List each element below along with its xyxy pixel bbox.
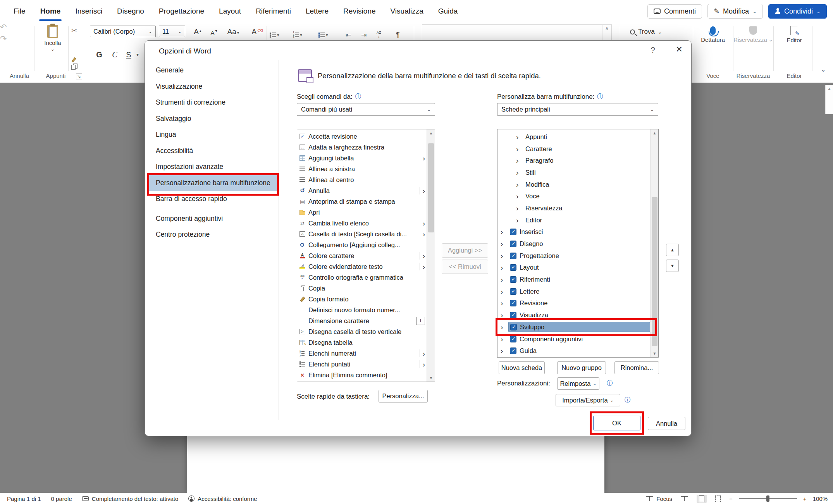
scroll-down-icon[interactable]: ▼ <box>427 376 435 380</box>
editor-button[interactable]: Editor <box>778 25 811 43</box>
info-icon[interactable]: ⓘ <box>607 379 613 387</box>
ribbon-tree-item-lettere[interactable]: ›Lettere <box>497 286 650 298</box>
new-group-button[interactable]: Nuovo gruppo <box>557 361 606 374</box>
clear-formatting-button[interactable]: A⌫ <box>250 26 264 37</box>
command-item-copia[interactable]: Copia <box>297 283 427 294</box>
command-item-aggiungi-tabella[interactable]: Aggiungi tabella› <box>297 153 427 163</box>
focus-mode-button[interactable]: Focus <box>646 495 672 502</box>
sidebar-item-impostazioni-avanzate[interactable]: Impostazioni avanzate <box>149 159 277 175</box>
font-name-combo[interactable]: Calibri (Corpo) ⌄ <box>90 26 156 37</box>
checkbox-checked[interactable] <box>510 264 516 271</box>
move-down-button[interactable]: ▼ <box>666 260 679 272</box>
command-item-anteprima-di-stampa-e-stampa[interactable]: Anteprima di stampa e stampa <box>297 196 427 207</box>
ribbon-tree-item-disegno[interactable]: ›Disegno <box>497 238 650 250</box>
checkbox-checked[interactable] <box>510 300 516 306</box>
help-icon[interactable]: ? <box>647 45 659 55</box>
checkbox-checked[interactable] <box>510 253 516 259</box>
checkbox-checked[interactable] <box>510 312 516 318</box>
checkbox-checked[interactable] <box>510 347 516 354</box>
numbering-button[interactable]: ▾ <box>293 29 302 41</box>
reset-button[interactable]: Reimposta ⌄ <box>557 377 599 390</box>
checkbox-checked[interactable] <box>510 276 516 283</box>
font-size-combo[interactable]: 11 ⌄ <box>159 26 185 37</box>
command-item-collegamento-aggiungi-colleg[interactable]: Collegamento [Aggiungi colleg... <box>297 239 427 250</box>
cancel-button[interactable]: Annulla <box>648 417 685 430</box>
ribbon-tree-item-layout[interactable]: ›Layout <box>497 262 650 274</box>
sidebar-item-generale[interactable]: Generale <box>149 62 277 79</box>
scroll-up-icon[interactable]: ▲ <box>651 131 659 135</box>
editing-mode-button[interactable]: ✎ Modifica ⌄ <box>707 4 763 19</box>
zoom-level[interactable]: 100% <box>813 495 828 502</box>
show-paragraph-marks-button[interactable]: ¶ <box>396 29 400 41</box>
menu-tab-guida[interactable]: Guida <box>431 0 465 22</box>
text-completion-status[interactable]: Completamento del testo: attivato <box>82 495 178 502</box>
paste-button[interactable]: Incolla ⌄ <box>39 25 67 52</box>
checkbox-checked[interactable] <box>510 288 516 295</box>
close-icon[interactable]: × <box>673 43 686 55</box>
comments-button[interactable]: Commenti <box>647 4 702 19</box>
ribbon-tree-item-inserisci[interactable]: ›Inserisci <box>497 226 650 238</box>
italic-button[interactable]: C <box>108 48 121 61</box>
document-scrollbar[interactable]: ▲ <box>825 85 833 114</box>
accessibility-status[interactable]: Accessibilità: conforme <box>188 495 257 502</box>
command-item-cambia-livello-elenco[interactable]: Cambia livello elenco› <box>297 218 427 229</box>
menu-tab-layout[interactable]: Layout <box>212 0 248 22</box>
commands-scrollbar[interactable]: ▲ ▼ <box>427 129 435 382</box>
decrease-indent-button[interactable]: ⇤ <box>346 29 351 41</box>
sidebar-item-visualizzazione[interactable]: Visualizzazione <box>149 79 277 95</box>
ribbon-tree-item-editor[interactable]: ›Editor <box>497 214 650 226</box>
change-case-button[interactable]: Aa▾ <box>224 26 243 37</box>
command-item-colore-evidenziatore-testo[interactable]: Colore evidenziatore testo› <box>297 261 427 272</box>
command-item-dimensione-carattere[interactable]: Dimensione carattereI <box>297 315 427 326</box>
rename-button[interactable]: Rinomina... <box>614 361 659 374</box>
command-item-definisci-nuovo-formato-numer[interactable]: Definisci nuovo formato numer... <box>297 304 427 315</box>
info-icon[interactable]: ⓘ <box>597 93 603 101</box>
menu-tab-riferimenti[interactable]: Riferimenti <box>248 0 298 22</box>
ribbon-tree-item-revisione[interactable]: ›Revisione <box>497 298 650 310</box>
ribbon-tree-item-voce[interactable]: ›Voce <box>497 190 650 202</box>
info-icon[interactable]: ⓘ <box>355 93 361 101</box>
checkbox-checked[interactable] <box>510 336 516 342</box>
menu-tab-lettere[interactable]: Lettere <box>298 0 336 22</box>
sidebar-item-lingua[interactable]: Lingua <box>149 127 277 143</box>
command-item-annulla[interactable]: Annulla› <box>297 185 427 196</box>
menu-tab-inserisci[interactable]: Inserisci <box>68 0 110 22</box>
underline-caret-icon[interactable]: ▾ <box>134 48 141 61</box>
sort-button[interactable]: AZ <box>377 29 381 41</box>
dictate-button[interactable]: Dettatura <box>696 25 730 43</box>
ribbon-tree-item-visualizza[interactable]: ›Visualizza <box>497 309 650 321</box>
ribbon-tree-item-stili[interactable]: ›Stili <box>497 167 650 179</box>
checkbox-checked[interactable] <box>510 324 517 330</box>
sidebar-item-accessibilità[interactable]: Accessibilità <box>149 143 277 159</box>
increase-indent-button[interactable]: ⇥ <box>361 29 367 41</box>
share-button[interactable]: Condividi ⌄ <box>768 4 827 19</box>
scrollbar-thumb[interactable] <box>652 197 657 346</box>
ok-button[interactable]: OK <box>593 416 640 430</box>
ribbon-tree-item-carattere[interactable]: ›Carattere <box>497 143 650 155</box>
underline-button[interactable]: S <box>122 48 135 61</box>
word-count[interactable]: 0 parole <box>51 495 72 502</box>
privacy-button[interactable]: Riservatezza⌄ <box>735 25 771 43</box>
multilevel-list-button[interactable]: ▾ <box>318 29 328 41</box>
command-item-colore-carattere[interactable]: Colore carattere› <box>297 250 427 261</box>
sidebar-item-centro-protezione[interactable]: Centro protezione <box>149 227 277 243</box>
format-painter-icon[interactable] <box>71 57 76 62</box>
command-item-partial[interactable] <box>297 380 427 382</box>
tree-scrollbar[interactable]: ▲ ▼ <box>650 129 658 357</box>
ribbon-tree-item-guida[interactable]: ›Guida <box>497 345 650 357</box>
sidebar-item-barra-di-accesso-rapido[interactable]: Barra di accesso rapido <box>149 191 277 207</box>
scrollbar-thumb[interactable] <box>428 143 434 232</box>
menu-tab-revisione[interactable]: Revisione <box>336 0 383 22</box>
read-mode-button[interactable] <box>678 495 690 502</box>
customize-ribbon-select[interactable]: Schede principali ⌄ <box>497 103 658 116</box>
menu-tab-visualizza[interactable]: Visualizza <box>383 0 431 22</box>
ribbon-tree-item-progettazione[interactable]: ›Progettazione <box>497 250 650 262</box>
customize-shortcuts-button[interactable]: Personalizza... <box>379 390 428 403</box>
zoom-in-icon[interactable]: + <box>803 495 807 502</box>
checkbox-checked[interactable] <box>510 241 516 247</box>
ribbon-tree-item-riferimenti[interactable]: ›Riferimenti <box>497 274 650 286</box>
web-layout-button[interactable] <box>713 495 723 503</box>
command-item-apri[interactable]: Apri <box>297 207 427 218</box>
dialog-launcher-icon[interactable]: ↘ <box>76 73 82 79</box>
command-item-elimina-elimina-commento[interactable]: Elimina [Elimina commento] <box>297 370 427 380</box>
